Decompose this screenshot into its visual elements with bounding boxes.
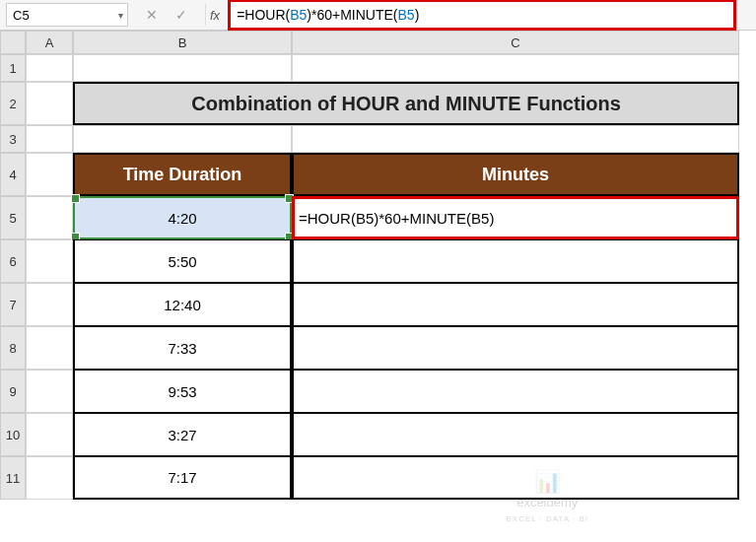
cell-B1[interactable] bbox=[73, 54, 292, 82]
cell-A7[interactable] bbox=[26, 283, 73, 326]
title-cell[interactable]: Combination of HOUR and MINUTE Functions bbox=[73, 82, 739, 125]
cell-B5[interactable]: 4:20 bbox=[73, 196, 292, 239]
header-label: Time Duration bbox=[123, 165, 242, 185]
cell-A5[interactable] bbox=[26, 196, 73, 239]
formula-bar-input[interactable]: =HOUR(B5)*60+MINUTE(B5) bbox=[228, 0, 736, 31]
cell-C1[interactable] bbox=[292, 54, 739, 82]
cell-C8[interactable] bbox=[292, 326, 739, 370]
formula-bar-buttons: ✕ ✓ bbox=[128, 7, 205, 23]
cell-A3[interactable] bbox=[26, 125, 73, 153]
cell-C7[interactable] bbox=[292, 283, 739, 326]
cell-B6[interactable]: 5:50 bbox=[73, 239, 292, 283]
name-box[interactable]: C5 ▾ bbox=[6, 3, 128, 27]
col-header-A[interactable]: A bbox=[26, 31, 73, 54]
name-box-value: C5 bbox=[13, 8, 30, 23]
cell-A4[interactable] bbox=[26, 153, 73, 196]
formula-ref: B5 bbox=[398, 7, 415, 23]
header-time-duration[interactable]: Time Duration bbox=[73, 153, 292, 196]
cell-C6[interactable] bbox=[292, 239, 739, 283]
cell-B8[interactable]: 7:33 bbox=[73, 326, 292, 370]
cell-C5[interactable]: =HOUR(B5)*60+MINUTE(B5) bbox=[292, 196, 739, 239]
cell-C10[interactable] bbox=[292, 413, 739, 456]
fx-label[interactable]: fx bbox=[205, 4, 228, 26]
row-header-10[interactable]: 10 bbox=[0, 413, 26, 456]
select-all-corner[interactable] bbox=[0, 31, 26, 54]
cell-value: 5:50 bbox=[168, 253, 196, 270]
cell-B7[interactable]: 12:40 bbox=[73, 283, 292, 326]
cell-C9[interactable] bbox=[292, 370, 739, 413]
title-text: Combination of HOUR and MINUTE Functions bbox=[191, 93, 621, 115]
col-header-C[interactable]: C bbox=[292, 31, 739, 54]
formula-text-part: ) bbox=[415, 7, 420, 23]
cell-A9[interactable] bbox=[26, 370, 73, 413]
cell-B9[interactable]: 9:53 bbox=[73, 370, 292, 413]
header-label: Minutes bbox=[482, 165, 549, 185]
row-header-1[interactable]: 1 bbox=[0, 54, 26, 82]
cell-A2[interactable] bbox=[26, 82, 73, 125]
formula-bar-row: C5 ▾ ✕ ✓ fx =HOUR(B5)*60+MINUTE(B5) bbox=[0, 0, 756, 31]
row-header-6[interactable]: 6 bbox=[0, 239, 26, 283]
cancel-icon[interactable]: ✕ bbox=[146, 7, 158, 23]
header-minutes[interactable]: Minutes bbox=[292, 153, 739, 196]
cell-value: 3:27 bbox=[168, 427, 196, 443]
spreadsheet-grid[interactable]: A B C 1 2 Combination of HOUR and MINUTE… bbox=[0, 31, 756, 500]
row-header-5[interactable]: 5 bbox=[0, 196, 26, 239]
formula-text-part: )*60+MINUTE( bbox=[307, 7, 397, 23]
cell-A6[interactable] bbox=[26, 239, 73, 283]
cell-B3[interactable] bbox=[73, 125, 292, 153]
formula-ref: B5 bbox=[290, 7, 307, 23]
selection-handle-icon[interactable] bbox=[71, 194, 80, 203]
cell-C3[interactable] bbox=[292, 125, 739, 153]
cell-A1[interactable] bbox=[26, 54, 73, 82]
cell-value: 12:40 bbox=[164, 297, 201, 313]
cell-value: 4:20 bbox=[168, 210, 196, 227]
row-header-4[interactable]: 4 bbox=[0, 153, 26, 196]
row-header-11[interactable]: 11 bbox=[0, 456, 26, 500]
watermark-tagline: EXCEL · DATA · BI bbox=[506, 514, 588, 523]
cell-value: 7:17 bbox=[168, 469, 196, 486]
row-header-3[interactable]: 3 bbox=[0, 125, 26, 153]
formula-text-part: =HOUR( bbox=[237, 7, 290, 23]
cell-A10[interactable] bbox=[26, 413, 73, 456]
row-header-9[interactable]: 9 bbox=[0, 370, 26, 413]
row-header-8[interactable]: 8 bbox=[0, 326, 26, 370]
cell-value: =HOUR(B5)*60+MINUTE(B5) bbox=[299, 210, 494, 227]
row-header-7[interactable]: 7 bbox=[0, 283, 26, 326]
cell-value: 9:53 bbox=[168, 383, 196, 400]
cell-C11[interactable] bbox=[292, 456, 739, 500]
cell-B10[interactable]: 3:27 bbox=[73, 413, 292, 456]
cell-B11[interactable]: 7:17 bbox=[73, 456, 292, 500]
enter-icon[interactable]: ✓ bbox=[175, 7, 187, 23]
col-header-B[interactable]: B bbox=[73, 31, 292, 54]
row-header-2[interactable]: 2 bbox=[0, 82, 26, 125]
cell-value: 7:33 bbox=[168, 340, 196, 357]
chevron-down-icon[interactable]: ▾ bbox=[118, 10, 123, 21]
cell-A8[interactable] bbox=[26, 326, 73, 370]
cell-A11[interactable] bbox=[26, 456, 73, 500]
